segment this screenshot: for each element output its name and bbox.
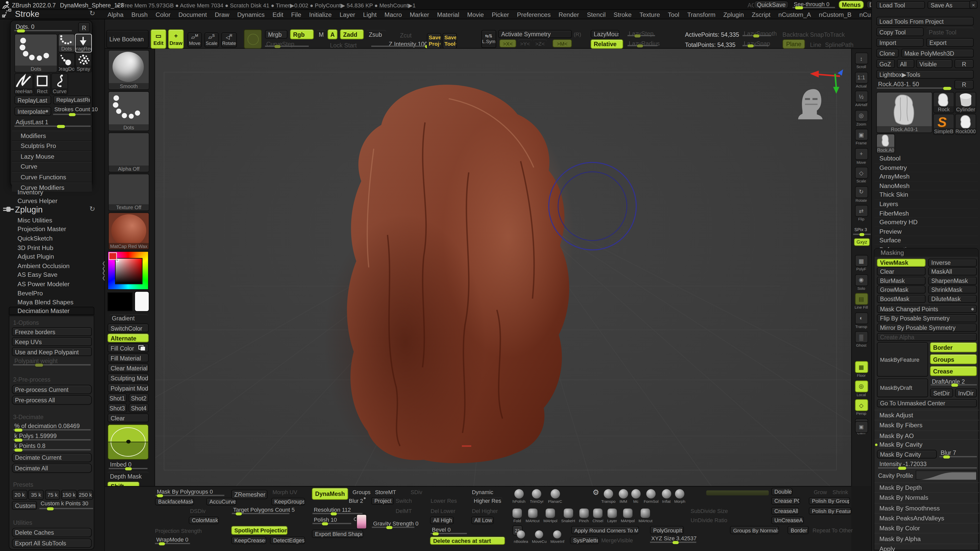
all-high-button[interactable]: All High <box>430 516 454 524</box>
alternate-button[interactable]: Alternate <box>107 333 149 342</box>
mask-button[interactable]: SharpenMask <box>928 276 977 285</box>
shelf-icon-button[interactable]: 1:1 Actual <box>854 71 868 89</box>
live-boolean-label[interactable]: Live Boolean <box>106 30 149 48</box>
plane-button[interactable]: Plane <box>783 39 805 49</box>
dynamesh-button[interactable]: DynaMesh <box>312 488 348 500</box>
sculpt-canvas[interactable] <box>155 49 851 486</box>
shelf-icon-button[interactable]: ⇄ Flip <box>854 205 868 222</box>
mrgb-button[interactable]: Mrgb <box>265 30 287 39</box>
stroke-type-dots[interactable]: Dots <box>58 34 75 52</box>
save-as-button[interactable]: Save As <box>928 1 974 9</box>
bevel-slider[interactable]: Bevel 0 <box>431 527 467 535</box>
z-intensity-slider[interactable]: Z Intensity 100 <box>371 41 430 48</box>
higher-res-button[interactable]: Higher Res <box>471 497 503 505</box>
zplugin-item[interactable]: Adjust Plugin <box>11 252 100 261</box>
gear-icon[interactable]: ⚙ <box>593 488 599 497</box>
tool-thumb-rock000[interactable]: Rock000 <box>955 114 976 135</box>
masking-row[interactable]: Mask By Normals <box>874 492 979 503</box>
zadd-button[interactable]: Zadd <box>340 29 364 39</box>
tool-section-row[interactable]: Subtool <box>874 154 978 164</box>
feature-groups-button[interactable]: Groups <box>930 354 977 364</box>
tool-section-row[interactable]: Geometry <box>874 164 978 173</box>
store-camera-button[interactable]: ▣ <box>854 421 868 439</box>
shot4-button[interactable]: Shot4 <box>129 403 148 412</box>
brush-slot[interactable]: MoveCu <box>532 530 546 543</box>
menu-item[interactable]: Alpha <box>107 11 124 18</box>
shelf-icon-button[interactable]: ↻ Rotate <box>854 186 868 203</box>
menus-toggle[interactable]: Menus <box>839 0 864 9</box>
mask-by-polygroups-slider[interactable]: Mask By Polygroups 0 <box>156 489 224 497</box>
clear-button[interactable]: Clear <box>107 413 149 422</box>
feature-border-button[interactable]: Border <box>930 342 977 352</box>
zplugin-item[interactable]: AS Easy Save <box>11 270 100 279</box>
lazysnap-slider[interactable]: LazySnap <box>742 40 769 48</box>
masking-subsection-row[interactable]: Mask By Fibers <box>874 420 979 430</box>
stroke-type-dragrect[interactable]: DragRect <box>75 34 92 52</box>
texture-thumb[interactable]: Texture Off <box>108 174 150 211</box>
brush-preview[interactable] <box>244 29 262 49</box>
menu-item[interactable]: Preferences <box>517 11 551 18</box>
draft-angle-slider[interactable]: DraftAngle 2 <box>931 378 977 387</box>
imbed-slider[interactable]: Imbed 0 <box>109 461 148 470</box>
transpose-slot[interactable]: Morph <box>674 489 686 503</box>
a-button[interactable]: A <box>328 29 337 39</box>
mask-by-feature-button[interactable]: MaskByFeature <box>877 342 928 377</box>
activate-symmetry-button[interactable]: Activate Symmetry <box>498 30 572 38</box>
lazyradius-slider[interactable]: LazyRadius <box>628 40 658 48</box>
stroke-section-row[interactable]: Sculptris Pro <box>12 141 92 151</box>
cavity-intensity-slider[interactable]: Intensity -1.72033 <box>878 460 977 470</box>
stroke-thumb-dots[interactable]: Dots <box>108 91 150 131</box>
menu-item[interactable]: Light <box>363 11 377 18</box>
brush-slot[interactable]: Layer <box>607 508 617 523</box>
shelf-icon-button[interactable]: + Move <box>854 148 868 165</box>
menu-item[interactable]: Color <box>156 11 171 18</box>
zsub-button[interactable]: Zsub <box>366 30 386 39</box>
menu-item[interactable]: Stroke <box>614 11 632 18</box>
mask-button[interactable]: BoostMask <box>877 295 926 303</box>
menu-item[interactable]: Dynamics <box>237 11 265 18</box>
mask-button[interactable]: ShrinkMask <box>928 286 977 294</box>
xyz-size-slider[interactable]: XYZ Size 3.42537 <box>650 535 696 544</box>
menu-item[interactable]: Zplugin <box>723 11 744 18</box>
relative-button[interactable]: Relative <box>590 39 623 49</box>
polish-by-groups-button[interactable]: Polish By Groups <box>809 497 850 505</box>
mask-button[interactable]: ViewMask <box>877 259 926 267</box>
goz-visible-button[interactable]: Visible <box>916 59 953 68</box>
menu-item[interactable]: Initialize <box>309 11 332 18</box>
custom-preset-button[interactable]: Custom <box>12 501 37 510</box>
mask-button[interactable]: BlurMask <box>877 276 926 285</box>
k-polys-slider[interactable]: k Polys 1.59999 <box>13 432 91 442</box>
crease-pg-button[interactable]: Crease PG <box>771 497 800 505</box>
preprocess-current-button[interactable]: Pre-process Current <box>12 385 92 394</box>
tool-section-row[interactable]: Preview <box>874 227 978 236</box>
mask-button[interactable]: GrowMask <box>877 286 926 294</box>
sym-x-button[interactable]: >X< <box>500 39 516 48</box>
polygroup-border-button[interactable]: Border <box>788 526 809 534</box>
current-color-swatch[interactable] <box>109 252 117 260</box>
scale-button[interactable]: ▱S Scale <box>204 32 219 48</box>
polygroupit-button[interactable]: PolyGroupIt <box>650 526 684 534</box>
brush-slot[interactable]: TrimDyr <box>530 489 544 503</box>
project-button[interactable]: Project <box>371 497 394 505</box>
menu-item[interactable]: Layer <box>339 11 355 18</box>
clear-material-button[interactable]: Clear Material <box>107 364 149 372</box>
use-keep-polypaint-button[interactable]: Use and Keep Polypaint <box>12 348 92 356</box>
replay-last-button[interactable]: ReplayLast <box>14 96 51 104</box>
load-tool-button[interactable]: Load Tool <box>876 1 925 9</box>
transpose-slot[interactable]: IMM <box>619 489 628 503</box>
gradient-button[interactable]: Gradient <box>110 314 148 322</box>
lazystep-slider[interactable]: LazyStep <box>628 30 655 38</box>
apply-round-corners-button[interactable]: Apply Round Corners To Mask <box>571 526 638 534</box>
make-polymesh3d-button[interactable]: Make PolyMesh3D <box>901 49 974 57</box>
brush-slot[interactable]: MAHpol <box>543 508 557 523</box>
keep-groups-button[interactable]: KeepGroups <box>271 498 305 505</box>
preset-button[interactable]: 35 k <box>28 490 44 500</box>
adjust-last-slider[interactable]: AdjustLast 1 <box>14 119 91 128</box>
preset-button[interactable]: 75 k <box>45 490 60 500</box>
tool-section-row[interactable]: Thick Skin <box>874 191 978 200</box>
draw-mode-button[interactable]: + Draw <box>168 29 184 49</box>
goto-unmasked-center-button[interactable]: Go To Unmasked Center <box>877 399 977 407</box>
fill-color-button[interactable]: Fill Color <box>107 344 149 352</box>
menu-item[interactable]: Zscript <box>752 11 770 18</box>
stroke-section-row[interactable]: Curve <box>12 162 92 172</box>
